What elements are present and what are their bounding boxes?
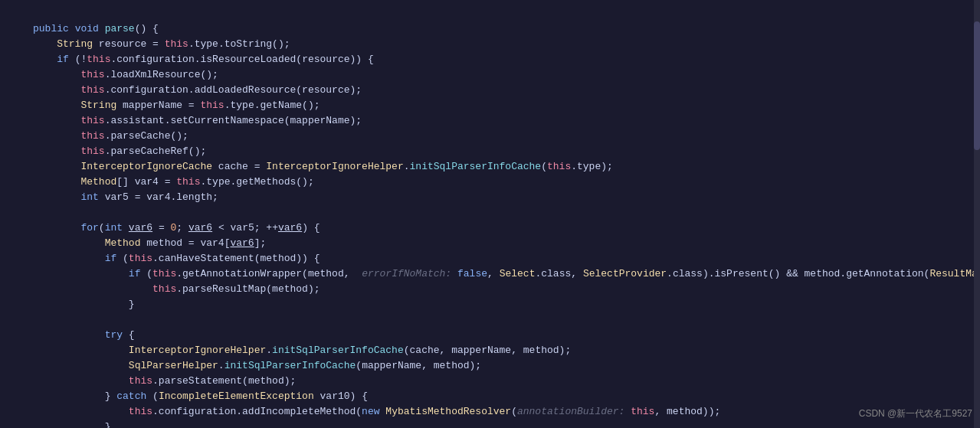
code-line	[0, 312, 980, 328]
code-editor: public void parse() { String resource = …	[0, 0, 980, 428]
code-line: } catch (IncompleteElementException var1…	[0, 389, 980, 404]
code-line: }	[0, 297, 980, 312]
code-line: try {	[0, 328, 980, 343]
code-line: if (this.getAnnotationWrapper(method, er…	[0, 266, 980, 282]
code-line: this.parseCache();	[0, 129, 980, 144]
code-line: this.configuration.addLoadedResource(res…	[0, 83, 980, 98]
code-line: SqlParserHelper.initSqlParserInfoCache(m…	[0, 358, 980, 374]
code-line	[0, 6, 980, 21]
code-line: if (!this.configuration.isResourceLoaded…	[0, 52, 980, 67]
code-line: this.configuration.addIncompleteMethod(n…	[0, 404, 980, 420]
code-line: String mapperName = this.type.getName();	[0, 98, 980, 113]
code-line	[0, 205, 980, 221]
code-line: for(int var6 = 0; var6 < var5; ++var6) {	[0, 221, 980, 236]
code-line: if (this.canHaveStatement(method)) {	[0, 251, 980, 266]
code-line: int var5 = var4.length;	[0, 190, 980, 205]
code-line: this.parseCacheRef();	[0, 144, 980, 159]
code-line: this.assistant.setCurrentNamespace(mappe…	[0, 113, 980, 129]
code-line: this.parseStatement(method);	[0, 374, 980, 389]
code-line: Method[] var4 = this.type.getMethods();	[0, 175, 980, 190]
watermark: CSDN @新一代农名工9527	[859, 407, 972, 420]
code-line: this.loadXmlResource();	[0, 67, 980, 83]
code-line: Method method = var4[var6];	[0, 236, 980, 251]
code-line: public void parse() {	[0, 21, 980, 37]
scrollbar[interactable]	[974, 0, 980, 428]
code-line: InterceptorIgnoreCache cache = Intercept…	[0, 159, 980, 175]
scrollbar-thumb[interactable]	[974, 21, 980, 150]
code-line: }	[0, 420, 980, 428]
code-line: InterceptorIgnoreHelper.initSqlParserInf…	[0, 343, 980, 358]
code-line: String resource = this.type.toString();	[0, 37, 980, 52]
code-line: this.parseResultMap(method);	[0, 282, 980, 297]
